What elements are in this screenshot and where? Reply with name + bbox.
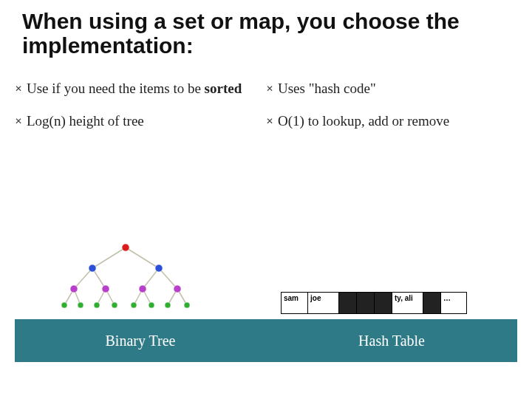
hash-cell-empty <box>423 292 440 314</box>
svg-point-22 <box>78 302 83 308</box>
hash-cell-empty <box>338 292 356 314</box>
text-bold: sorted <box>205 81 242 96</box>
left-bullet-1: ✕ Use if you need the items to be sorted <box>15 80 259 98</box>
left-bullet-2: ✕ Log(n) height of tree <box>15 112 259 130</box>
svg-point-18 <box>102 285 109 293</box>
bullet-icon: ✕ <box>15 80 27 98</box>
binary-tree-label: Binary Tree <box>15 319 266 362</box>
svg-point-14 <box>122 244 129 251</box>
svg-point-20 <box>174 285 181 293</box>
svg-line-0 <box>92 248 126 268</box>
bullet-text: Log(n) height of tree <box>27 112 144 130</box>
label-row: Binary Tree Hash Table <box>15 319 517 362</box>
binary-tree-diagram <box>55 240 196 310</box>
svg-point-21 <box>61 302 67 308</box>
bullet-icon: ✕ <box>15 112 27 130</box>
hash-cell: … <box>440 292 467 314</box>
bullet-icon: ✕ <box>266 112 278 130</box>
svg-point-19 <box>139 285 146 293</box>
hash-table-label: Hash Table <box>266 319 517 362</box>
hash-cell: joe <box>307 292 338 314</box>
bullet-text: Use if you need the items to be sorted <box>27 80 242 98</box>
svg-line-4 <box>143 268 159 289</box>
svg-point-15 <box>89 265 96 272</box>
svg-line-1 <box>126 248 159 268</box>
text-fragment: Use if you need the items to be <box>27 81 205 96</box>
left-column: ✕ Use if you need the items to be sorted… <box>15 80 266 145</box>
hash-cell-empty <box>374 292 392 314</box>
hash-cell: ty, ali <box>392 292 423 314</box>
right-column: ✕ Uses "hash code" ✕ O(1) to lookup, add… <box>266 80 517 145</box>
svg-point-28 <box>184 302 190 308</box>
svg-line-5 <box>159 268 177 289</box>
bullet-icon: ✕ <box>266 80 278 98</box>
svg-point-24 <box>112 302 117 308</box>
svg-line-2 <box>74 268 92 289</box>
right-bullet-1: ✕ Uses "hash code" <box>266 80 510 98</box>
svg-point-17 <box>70 285 78 293</box>
slide-title: When using a set or map, you choose the … <box>22 9 510 58</box>
right-bullet-2: ✕ O(1) to lookup, add or remove <box>266 112 510 130</box>
svg-point-25 <box>131 302 137 308</box>
content-columns: ✕ Use if you need the items to be sorted… <box>15 80 517 145</box>
bullet-text: Uses "hash code" <box>278 80 376 98</box>
svg-point-26 <box>149 302 154 308</box>
svg-point-27 <box>165 302 171 308</box>
hash-cell-empty <box>356 292 374 314</box>
svg-point-16 <box>155 265 163 272</box>
hash-cell: sam <box>281 292 307 314</box>
bullet-text: O(1) to lookup, add or remove <box>278 112 449 130</box>
svg-point-23 <box>94 302 100 308</box>
hash-table-diagram: sam joe ty, ali … <box>281 292 502 314</box>
